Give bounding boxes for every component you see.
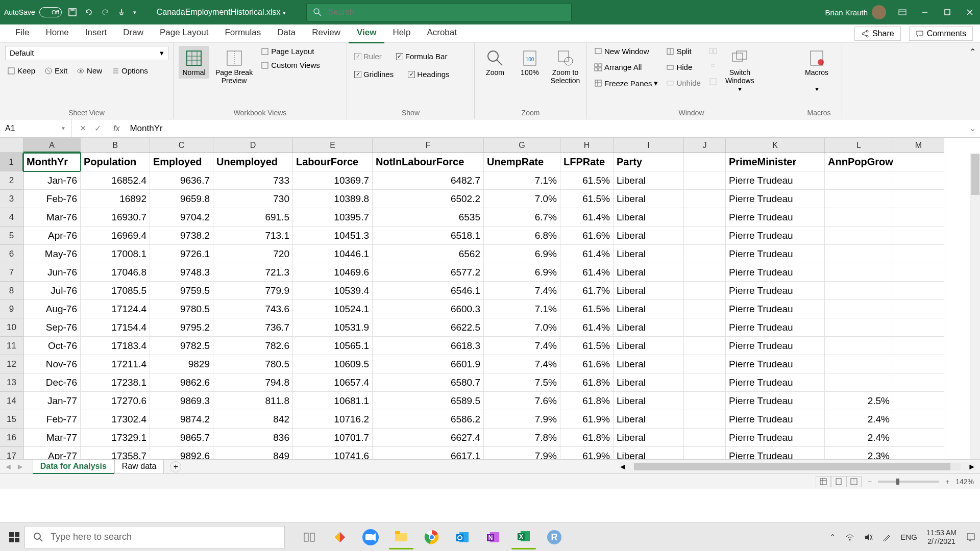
- zoom-out-icon[interactable]: −: [868, 478, 872, 486]
- undo-icon[interactable]: [84, 8, 93, 17]
- cell[interactable]: 6622.5: [373, 318, 484, 337]
- zoom-in-icon[interactable]: +: [945, 478, 949, 486]
- zoom-selection-button[interactable]: Zoom to Selection: [549, 46, 581, 87]
- cell[interactable]: NotInLabourForce: [373, 153, 484, 171]
- column-header[interactable]: D: [213, 138, 293, 153]
- cell[interactable]: Party: [614, 153, 684, 171]
- tab-view[interactable]: View: [349, 23, 384, 43]
- zoom-slider[interactable]: [878, 481, 939, 483]
- cell[interactable]: [684, 190, 726, 208]
- cell[interactable]: Jul-76: [23, 282, 81, 300]
- cell[interactable]: 9704.2: [150, 208, 213, 227]
- cell[interactable]: [684, 318, 726, 337]
- ribbon-display-icon[interactable]: [896, 6, 909, 18]
- cell[interactable]: 7.0%: [484, 190, 560, 208]
- row-header[interactable]: 13: [0, 373, 23, 392]
- cell[interactable]: [684, 337, 726, 355]
- cell[interactable]: [825, 171, 893, 190]
- cell[interactable]: 17302.4: [81, 410, 150, 429]
- cell[interactable]: 10389.8: [293, 190, 373, 208]
- split-button[interactable]: Split: [664, 46, 703, 57]
- cell[interactable]: UnempRate: [484, 153, 560, 171]
- exit-button[interactable]: Exit: [42, 65, 69, 76]
- cell[interactable]: AnnPopGrowth: [825, 153, 893, 171]
- cell[interactable]: [684, 245, 726, 263]
- cell[interactable]: Jan-76: [23, 171, 81, 190]
- cell[interactable]: Pierre Trudeau: [726, 410, 825, 429]
- cell[interactable]: [825, 190, 893, 208]
- cell[interactable]: 6577.2: [373, 263, 484, 282]
- column-header[interactable]: H: [560, 138, 614, 153]
- cell[interactable]: [825, 245, 893, 263]
- cell[interactable]: Pierre Trudeau: [726, 282, 825, 300]
- cell[interactable]: 17046.8: [81, 263, 150, 282]
- switch-windows-button[interactable]: Switch Windows ▾: [723, 46, 756, 95]
- cell[interactable]: 7.1%: [484, 171, 560, 190]
- cell[interactable]: 9782.5: [150, 337, 213, 355]
- cell[interactable]: 10565.1: [293, 337, 373, 355]
- prev-sheet-icon[interactable]: ◄: [4, 462, 12, 471]
- cell[interactable]: 779.9: [213, 282, 293, 300]
- tab-acrobat[interactable]: Acrobat: [419, 23, 465, 43]
- cell[interactable]: 61.4%: [560, 208, 614, 227]
- cell[interactable]: Jan-77: [23, 392, 81, 410]
- cell[interactable]: [893, 373, 944, 392]
- cell[interactable]: [825, 337, 893, 355]
- cell[interactable]: 10609.5: [293, 355, 373, 373]
- cell[interactable]: 6627.4: [373, 429, 484, 447]
- column-header[interactable]: C: [150, 138, 213, 153]
- cell[interactable]: MonthYr: [23, 153, 81, 171]
- row-header[interactable]: 6: [0, 245, 23, 263]
- cell[interactable]: Jun-76: [23, 263, 81, 282]
- cell[interactable]: 9748.3: [150, 263, 213, 282]
- cell[interactable]: Pierre Trudeau: [726, 373, 825, 392]
- cell[interactable]: 6586.2: [373, 410, 484, 429]
- tab-insert[interactable]: Insert: [77, 23, 115, 43]
- collapse-ribbon-icon[interactable]: ⌃: [969, 47, 976, 56]
- scroll-left-icon[interactable]: ◄: [619, 462, 627, 471]
- row-header[interactable]: 2: [0, 171, 23, 190]
- cell[interactable]: Liberal: [614, 429, 684, 447]
- cell[interactable]: 6617.1: [373, 447, 484, 459]
- freeze-panes-button[interactable]: Freeze Panes ▾: [592, 78, 660, 89]
- cell[interactable]: Apr-77: [23, 447, 81, 459]
- cell[interactable]: [893, 429, 944, 447]
- cell[interactable]: [893, 410, 944, 429]
- arrange-all-button[interactable]: Arrange All: [592, 62, 660, 72]
- cell[interactable]: 7.4%: [484, 282, 560, 300]
- scroll-thumb[interactable]: [634, 463, 950, 470]
- maximize-icon[interactable]: [941, 6, 953, 18]
- cell[interactable]: 61.6%: [560, 355, 614, 373]
- volume-icon[interactable]: [864, 533, 873, 542]
- spreadsheet-grid[interactable]: ABCDEFGHIJKLM 1234567891011121314151617 …: [0, 138, 980, 459]
- zoom-level[interactable]: 142%: [955, 478, 974, 486]
- cell[interactable]: Unemployed: [213, 153, 293, 171]
- cell[interactable]: Pierre Trudeau: [726, 263, 825, 282]
- keep-button[interactable]: Keep: [5, 65, 37, 76]
- cell[interactable]: 2.5%: [825, 392, 893, 410]
- cell[interactable]: 10539.4: [293, 282, 373, 300]
- cell[interactable]: 9636.7: [150, 171, 213, 190]
- page-layout-button[interactable]: Page Layout: [259, 46, 322, 57]
- chrome-icon[interactable]: [420, 525, 444, 549]
- cell[interactable]: 2.3%: [825, 447, 893, 459]
- cell[interactable]: 6589.5: [373, 392, 484, 410]
- cell[interactable]: Nov-76: [23, 355, 81, 373]
- excel-icon[interactable]: X: [511, 525, 536, 549]
- filename[interactable]: CanadaEmploymentHistorical.xlsx ▾: [157, 8, 286, 17]
- cell[interactable]: 10369.7: [293, 171, 373, 190]
- cell[interactable]: 10657.4: [293, 373, 373, 392]
- cell[interactable]: 10741.6: [293, 447, 373, 459]
- row-header[interactable]: 15: [0, 410, 23, 429]
- cell[interactable]: Oct-76: [23, 337, 81, 355]
- cell[interactable]: 9892.6: [150, 447, 213, 459]
- cell[interactable]: 7.1%: [484, 300, 560, 318]
- cell[interactable]: [684, 227, 726, 245]
- cell[interactable]: Liberal: [614, 337, 684, 355]
- cell[interactable]: 794.8: [213, 373, 293, 392]
- row-header[interactable]: 14: [0, 392, 23, 410]
- page-break-button[interactable]: Page Break Preview: [213, 46, 255, 87]
- cell[interactable]: Liberal: [614, 373, 684, 392]
- cell[interactable]: 6562: [373, 245, 484, 263]
- unhide-button[interactable]: Unhide: [664, 78, 703, 88]
